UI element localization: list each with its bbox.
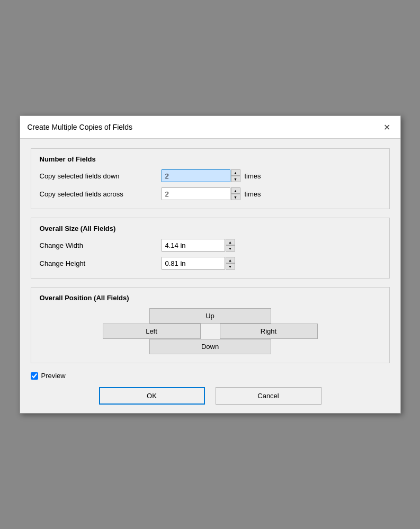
ok-button[interactable]: OK [99,387,205,405]
change-width-label: Change Width [40,241,162,249]
dialog: Create Multiple Copies of Fields ✕ Numbe… [20,115,401,414]
change-height-label: Change Height [40,259,162,267]
change-width-input[interactable] [162,239,225,252]
copy-across-row: Copy selected fields across ▲ ▼ times [40,187,381,200]
change-height-input[interactable] [162,257,225,270]
copy-across-increment[interactable]: ▲ [231,187,240,194]
dialog-body: Number of Fields Copy selected fields do… [20,139,400,413]
preview-row: Preview [31,372,390,380]
overall-position-section: Overall Position (All Fields) Up Left Ri… [31,287,390,363]
overall-position-title: Overall Position (All Fields) [40,294,381,302]
copy-down-increment[interactable]: ▲ [231,169,240,176]
position-buttons-container: Up Left Right Down [40,308,381,354]
preview-checkbox[interactable] [31,372,38,380]
cancel-button[interactable]: Cancel [216,387,321,405]
copy-down-times: times [245,172,261,180]
copy-down-spinner: ▲ ▼ [231,169,240,182]
change-height-spinner: ▲ ▼ [226,257,235,270]
down-button[interactable]: Down [149,339,271,354]
change-width-input-group: ▲ ▼ [162,239,235,252]
dialog-title: Create Multiple Copies of Fields [28,123,132,131]
title-bar: Create Multiple Copies of Fields ✕ [20,116,400,139]
change-height-input-group: ▲ ▼ [162,257,235,270]
up-button[interactable]: Up [149,308,271,324]
copy-down-input-group: ▲ ▼ [162,169,240,182]
change-width-decrement[interactable]: ▼ [226,245,235,252]
right-button[interactable]: Right [220,324,318,339]
copy-across-label: Copy selected fields across [40,190,162,198]
bottom-buttons: OK Cancel [31,387,390,405]
copy-down-input[interactable] [162,169,230,182]
close-button[interactable]: ✕ [381,121,393,133]
left-button[interactable]: Left [103,324,201,339]
change-height-row: Change Height ▲ ▼ [40,257,381,270]
change-height-increment[interactable]: ▲ [226,257,235,263]
number-of-fields-section: Number of Fields Copy selected fields do… [31,148,390,209]
number-of-fields-title: Number of Fields [40,155,381,163]
overall-size-section: Overall Size (All Fields) Change Width ▲… [31,218,390,279]
change-height-decrement[interactable]: ▼ [226,263,235,270]
left-right-row: Left Right [103,324,318,339]
change-width-row: Change Width ▲ ▼ [40,239,381,252]
preview-label: Preview [41,372,66,380]
copy-down-decrement[interactable]: ▼ [231,176,240,182]
change-width-spinner: ▲ ▼ [226,239,235,252]
copy-across-input[interactable] [162,187,230,200]
copy-down-row: Copy selected fields down ▲ ▼ times [40,169,381,182]
copy-across-input-group: ▲ ▼ [162,187,240,200]
copy-across-spinner: ▲ ▼ [231,187,240,200]
change-width-increment[interactable]: ▲ [226,239,235,245]
copy-across-decrement[interactable]: ▼ [231,194,240,200]
copy-across-times: times [245,190,261,198]
copy-down-label: Copy selected fields down [40,172,162,180]
overall-size-title: Overall Size (All Fields) [40,225,381,232]
